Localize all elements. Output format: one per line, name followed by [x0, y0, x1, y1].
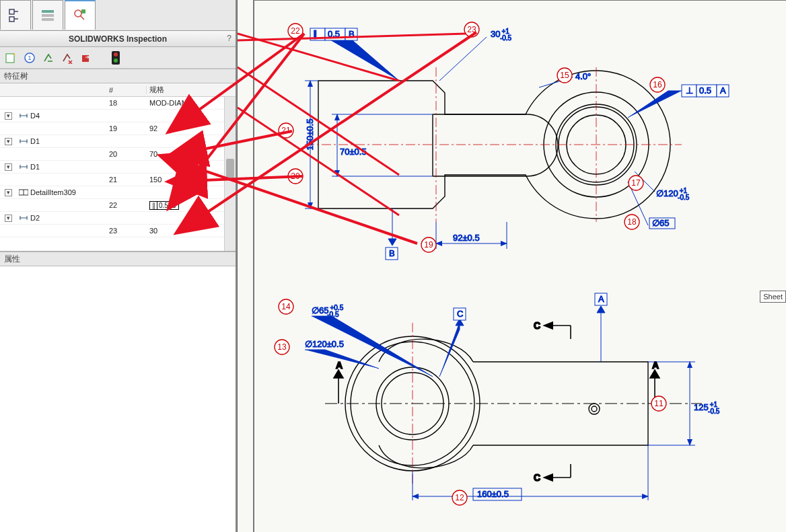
svg-text:∥: ∥ — [313, 29, 318, 39]
section-a-left: A — [336, 360, 343, 371]
fcf-perp: ⊥ 0.5 A — [628, 85, 729, 118]
export-icon — [80, 52, 92, 64]
inspection-icon — [73, 8, 87, 23]
table-row[interactable]: ▾ D4 — [0, 110, 236, 122]
section-a-right: A — [652, 360, 659, 371]
table-row[interactable]: 23 30 — [0, 225, 236, 237]
list-icon — [40, 8, 55, 23]
traffic-light-icon — [111, 50, 120, 65]
col-number-header[interactable]: # — [106, 86, 147, 94]
drawing-svg: 150±0.5 70±0.5 92±0.5 30+1-0.5 4.0° ∅120… — [238, 0, 786, 532]
svg-text:0.5: 0.5 — [328, 29, 340, 39]
tree-header-label: 特征树 — [0, 69, 236, 83]
table-row[interactable]: 22 ∥0.5B — [0, 199, 236, 212]
balloon-button[interactable]: 1 — [22, 50, 38, 66]
svg-text:B: B — [349, 29, 355, 39]
svg-point-12 — [114, 52, 118, 56]
expander-icon[interactable]: ▾ — [5, 189, 12, 196]
table-row[interactable]: 19 92 — [0, 122, 236, 135]
dimension-icon — [19, 215, 28, 221]
tree-scrollbar[interactable] — [224, 97, 236, 251]
svg-text:11: 11 — [654, 399, 664, 408]
tab-feature-mgr[interactable] — [0, 0, 31, 30]
svg-rect-2 — [42, 10, 54, 13]
table-row[interactable]: ▾ D1 — [0, 161, 236, 174]
drawing-canvas[interactable]: Sheet — [237, 0, 786, 532]
svg-text:15: 15 — [560, 71, 569, 80]
svg-point-13 — [114, 59, 118, 63]
dimension-icon — [19, 163, 28, 170]
svg-text:20: 20 — [291, 172, 300, 181]
dimension-icon — [19, 138, 28, 145]
dim-70: 70±0.5 — [340, 147, 367, 157]
tree-icon — [8, 8, 23, 23]
svg-rect-1 — [9, 17, 14, 22]
col-spec-header[interactable]: 规格 — [147, 85, 236, 95]
svg-text:A: A — [720, 85, 726, 96]
svg-text:0.5: 0.5 — [699, 85, 711, 96]
props-header-label: 属性 — [0, 252, 236, 266]
remove-char-button[interactable] — [59, 50, 75, 66]
dim-4deg: 4.0° — [575, 71, 591, 81]
panel-title-bar: SOLIDWORKS Inspection ? — [0, 31, 236, 47]
expander-icon[interactable]: ▾ — [5, 138, 12, 145]
expander-icon[interactable]: ▾ — [5, 163, 12, 171]
section-c-top: C — [534, 320, 540, 331]
dim-125: 125+1-0.5 — [694, 401, 720, 415]
dim-150: 150±0.5 — [305, 119, 315, 151]
section-c-bottom: C — [534, 472, 540, 483]
scroll-thumb[interactable] — [226, 159, 234, 179]
table-row[interactable]: 18 MOD-DIAM [... — [0, 97, 236, 110]
svg-text:22: 22 — [291, 26, 300, 36]
svg-text:18: 18 — [627, 217, 637, 227]
svg-text:23: 23 — [467, 25, 476, 34]
properties-area[interactable] — [0, 266, 236, 532]
dimension-icon — [19, 112, 28, 119]
inspection-toolbar: 1 — [0, 47, 236, 69]
svg-rect-4 — [42, 18, 54, 21]
svg-text:12: 12 — [455, 493, 464, 502]
tab-property-mgr[interactable] — [32, 0, 63, 30]
table-row[interactable]: ▾ D2 — [0, 212, 236, 225]
tab-inspection[interactable] — [65, 0, 96, 30]
balloon-icon: 1 — [24, 52, 36, 64]
dim-30: 30+1-0.5 — [491, 28, 512, 42]
help-button[interactable]: ? — [227, 34, 231, 43]
svg-point-38 — [589, 404, 600, 414]
balloons-group: 11121314151617181920212223 — [275, 22, 666, 505]
svg-text:A: A — [598, 294, 604, 304]
gtol-value: ∥0.5B — [149, 201, 179, 210]
remove-icon — [61, 52, 73, 64]
gtol-icon — [19, 189, 28, 196]
dim-d120: ∅120±0.5 — [305, 339, 344, 349]
status-button[interactable] — [108, 50, 124, 66]
dim-d65-boxed: ∅65 — [652, 218, 669, 228]
table-row[interactable]: ▾ DetailItem309 — [0, 186, 236, 199]
new-template-button[interactable] — [3, 50, 19, 66]
dim-92: 92±0.5 — [453, 233, 480, 243]
new-template-icon — [5, 52, 17, 64]
feature-tree[interactable]: # 规格 18 MOD-DIAM [... ▾ D4 19 92 ▾ D1 — [0, 83, 236, 252]
expander-icon[interactable]: ▾ — [5, 112, 12, 120]
svg-rect-0 — [9, 9, 14, 14]
svg-text:21: 21 — [281, 126, 291, 135]
svg-rect-3 — [42, 14, 54, 17]
dim-160: 160±0.5 — [477, 489, 509, 499]
svg-text:B: B — [389, 248, 395, 258]
svg-rect-6 — [81, 9, 85, 13]
fcf-parallel: ∥ 0.5 B — [310, 28, 399, 81]
table-row[interactable]: 21 150 — [0, 174, 236, 186]
table-row[interactable]: ▾ D1 — [0, 135, 236, 148]
expander-icon[interactable]: ▾ — [5, 215, 12, 222]
export-button[interactable] — [78, 50, 94, 66]
tree-column-header: # 规格 — [0, 83, 236, 97]
tab-bar — [0, 0, 236, 31]
svg-text:C: C — [457, 309, 463, 319]
datum-a: A — [595, 293, 607, 362]
svg-text:1: 1 — [28, 54, 31, 61]
svg-text:17: 17 — [631, 178, 641, 188]
table-row[interactable]: 20 70 — [0, 148, 236, 161]
svg-point-39 — [592, 406, 597, 412]
add-char-button[interactable] — [40, 50, 57, 66]
left-panel: SOLIDWORKS Inspection ? 1 特征树 # 规格 18 MO… — [0, 0, 237, 532]
